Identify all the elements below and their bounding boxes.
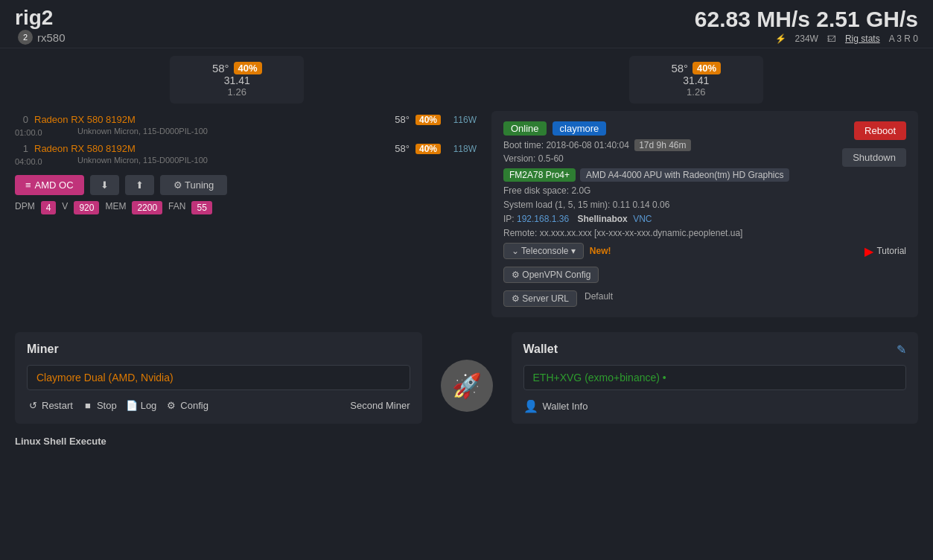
tutorial-link[interactable]: ▶ Tutorial: [864, 244, 906, 258]
second-miner-button[interactable]: Second Miner: [350, 400, 410, 411]
hardware-chip-row: FM2A78 Pro4+ AMD A4-4000 APU with Radeon…: [503, 168, 906, 182]
v-label: V: [62, 201, 68, 214]
hashrate-display: 62.83 MH/s 2.51 GH/s: [695, 7, 918, 32]
ip-label: IP:: [503, 214, 515, 224]
rig-stats-info: A 3 R 0: [889, 34, 918, 44]
miner-badge: claymore: [553, 121, 607, 136]
gpu0-fan: 40%: [234, 62, 262, 74]
remote-value: xx.xxx.xx.xxx [xx-xxx-xx-xxx.dynamic.peo…: [540, 228, 743, 238]
wallet-panel: Wallet ✎ ETH+XVG (exmo+binance) • 👤 Wall…: [512, 332, 919, 424]
gpu0-name-link[interactable]: Radeon RX 580 8192M: [34, 114, 153, 125]
stop-button[interactable]: ■ Stop: [82, 399, 117, 411]
power-icon: ⚡: [775, 34, 786, 44]
upload-button[interactable]: ⬆: [125, 175, 154, 195]
wallet-select-wrapper: ETH+XVG (exmo+binance) •: [523, 365, 907, 390]
rocket-container: 🚀: [437, 332, 497, 424]
log-button[interactable]: 📄 Log: [126, 399, 157, 411]
load-info-row: System load (1, 5, 15 min): 0.11 0.14 0.…: [503, 200, 906, 210]
stop-icon: ■: [82, 399, 94, 411]
gpu-cards-row: 58° 40% 31.41 1.26 58° 40% 31.41 1.26: [15, 56, 918, 104]
ip-row: IP: 192.168.1.36 Shellinabox VNC: [503, 214, 906, 224]
miner-select[interactable]: Claymore Dual (AMD, Nvidia): [27, 365, 410, 390]
remote-label: Remote:: [503, 228, 537, 238]
v-value: 920: [74, 201, 99, 214]
gpu1-name-link[interactable]: Radeon RX 580 8192M: [34, 143, 153, 154]
gpu0-list-fan: 40%: [415, 115, 441, 125]
teleconsole-button[interactable]: ⌄ Teleconsole ▾: [503, 243, 584, 259]
gpu1-list-temp: 58°: [395, 143, 410, 154]
load-value: 0.11 0.14 0.06: [613, 200, 670, 210]
wallet-info-button[interactable]: 👤 Wallet Info: [523, 399, 588, 413]
download-button[interactable]: ⬇: [90, 175, 119, 195]
wallet-edit-icon[interactable]: ✎: [897, 343, 906, 357]
reboot-button[interactable]: Reboot: [854, 121, 906, 140]
gpu1-time: 04:00.0: [15, 157, 52, 166]
rocket-icon: 🚀: [441, 360, 493, 412]
linux-shell-title: Linux Shell Execute: [15, 436, 918, 447]
stop-label: Stop: [97, 400, 117, 411]
rig-stats-link[interactable]: Rig stats: [845, 34, 880, 44]
miner-select-wrapper: Claymore Dual (AMD, Nvidia): [27, 365, 410, 390]
log-label: Log: [141, 400, 157, 411]
disk-label: Free disk space:: [503, 185, 569, 196]
gpu-card-1: 58° 40% 31.41 1.26: [629, 56, 763, 104]
gpu1-sub: Unknown Micron, 115-D000PIL-100: [58, 156, 208, 166]
gpu1-temp: 58°: [671, 62, 688, 74]
gpu-control-buttons: ≡ AMD OC ⬇ ⬆ ⚙ Tuning: [15, 175, 477, 195]
cpu-chip: AMD A4-4000 APU with Radeon(tm) HD Graph…: [580, 168, 789, 182]
gpu0-temp: 58°: [212, 62, 229, 74]
mem-value: 2200: [132, 201, 162, 214]
gpu1-list-fan: 40%: [415, 144, 441, 154]
server-url-row: ⚙ Server URL Default: [503, 286, 906, 307]
dpm-label: DPM: [15, 201, 35, 214]
gpu0-share: 1.26: [182, 86, 292, 98]
rig-info-panel: Reboot Shutdown Online claymore Boot tim…: [491, 111, 918, 317]
rig-stats-icon: 🗠: [827, 34, 836, 44]
gpu-list-item-0: 0 Radeon RX 580 8192M 58° 40% 116W 01:00…: [15, 111, 477, 137]
openvpn-button[interactable]: ⚙ OpenVPN Config: [503, 267, 599, 283]
gpu0-index: 0: [15, 114, 28, 125]
gpu1-share: 1.26: [641, 86, 751, 98]
restart-label: Restart: [42, 400, 73, 411]
restart-button[interactable]: ↺ Restart: [27, 399, 73, 411]
version-value: 0.5-60: [538, 153, 564, 164]
gpu1-fan: 40%: [692, 62, 721, 74]
version-label: Version:: [503, 153, 535, 164]
gpu1-list-watt: 118W: [447, 144, 477, 154]
boot-time: 2018-06-08 01:40:04: [546, 140, 628, 150]
gpu0-list-watt: 116W: [447, 115, 477, 125]
config-button[interactable]: ⚙ Config: [165, 399, 208, 411]
mb-model-chip: FM2A78 Pro4+: [503, 168, 576, 182]
ip-link[interactable]: 192.168.1.36: [517, 214, 569, 224]
online-badge: Online: [503, 121, 547, 136]
disk-value: 2.0G: [571, 185, 590, 196]
gpu0-mh: 31.41: [182, 74, 292, 86]
fan-label: FAN: [168, 201, 185, 214]
shutdown-button[interactable]: Shutdown: [842, 148, 906, 167]
tuning-button[interactable]: ⚙ Tuning: [160, 175, 228, 195]
openvpn-row: ⚙ OpenVPN Config: [503, 262, 906, 283]
gpu0-list-temp: 58°: [395, 114, 410, 125]
miner-actions: ↺ Restart ■ Stop 📄 Log ⚙ Config Second M…: [27, 399, 410, 411]
amd-oc-button[interactable]: ≡ AMD OC: [15, 175, 84, 195]
rig-name: rig2: [15, 6, 66, 30]
download-icon: ⬇: [101, 179, 109, 191]
linux-shell-section: Linux Shell Execute: [15, 436, 918, 447]
wallet-panel-title: Wallet: [523, 343, 907, 356]
config-icon: ⚙: [165, 399, 177, 411]
upload-icon: ⬆: [136, 179, 144, 191]
dpm-info-row: DPM 4 V 920 MEM 2200 FAN 55: [15, 201, 477, 214]
wallet-select[interactable]: ETH+XVG (exmo+binance) •: [523, 365, 907, 390]
gpu-count-badge: 2: [18, 30, 33, 45]
fan-value: 55: [191, 201, 211, 214]
new-badge: New!: [590, 246, 611, 256]
gpu-card-0: 58° 40% 31.41 1.26: [170, 56, 304, 104]
server-url-button[interactable]: ⚙ Server URL: [503, 290, 577, 307]
gpu-type-label: rx580: [37, 31, 66, 44]
load-label: System load (1, 5, 15 min):: [503, 200, 610, 210]
wallet-info-label: Wallet Info: [543, 401, 588, 412]
power-value: 234W: [795, 34, 818, 44]
teleconsole-row: ⌄ Teleconsole ▾ New! ▶ Tutorial: [503, 243, 906, 259]
vnc-link[interactable]: VNC: [633, 214, 652, 224]
shellinabox-link[interactable]: Shellinabox: [577, 214, 627, 224]
